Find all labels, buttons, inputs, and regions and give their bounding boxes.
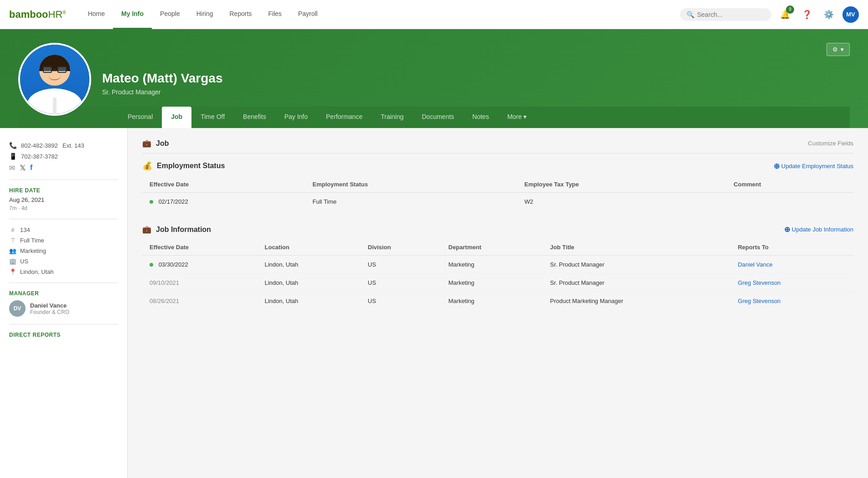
profile-name: Mateo (Matt) Vargas: [102, 71, 223, 86]
tab-training[interactable]: Training: [372, 107, 413, 128]
search-box[interactable]: 🔍: [680, 8, 771, 21]
job-row-1-title: Sr. Product Manager: [543, 256, 731, 274]
tab-benefits[interactable]: Benefits: [234, 107, 275, 128]
main-nav: Home My Info People Hiring Reports Files…: [80, 0, 680, 29]
customize-fields-link[interactable]: Customize Fields: [808, 140, 853, 147]
gear-icon: ⚙: [832, 46, 838, 53]
email-icon[interactable]: ✉: [9, 164, 15, 172]
job-row-2-location: Lindon, Utah: [258, 274, 361, 292]
division-icon: 🏢: [9, 258, 16, 265]
nav-hiring[interactable]: Hiring: [188, 0, 222, 29]
job-row-3-title: Product Marketing Manager: [543, 292, 731, 310]
id-icon: #: [9, 226, 16, 233]
facebook-icon[interactable]: f: [30, 164, 32, 172]
tab-notes[interactable]: Notes: [463, 107, 498, 128]
profile-settings-button[interactable]: ⚙ ▾: [827, 43, 850, 56]
job-row-1-department: Marketing: [441, 256, 543, 274]
job-row-2-date: 09/10/2021: [142, 274, 258, 292]
settings-button[interactable]: ⚙️: [821, 6, 837, 23]
plus-icon: ⊕: [774, 162, 780, 170]
phone-ext: Ext. 143: [62, 142, 84, 149]
logo: bambooHR®: [9, 9, 66, 21]
nav-reports[interactable]: Reports: [221, 0, 260, 29]
sidebar-divider-3: [9, 283, 118, 283]
table-row: 08/26/2021 Lindon, Utah US Marketing Pro…: [142, 292, 853, 310]
job-row-3-division: US: [361, 292, 441, 310]
sidebar: 📞 802-482-3892 Ext. 143 📱 702-387-3782 ✉…: [0, 128, 128, 478]
sidebar-divider-1: [9, 180, 118, 180]
active-dot: [150, 200, 153, 204]
emp-status-value: Full Time: [305, 193, 517, 211]
emp-comment: [726, 193, 853, 211]
settings-dropdown-arrow: ▾: [841, 46, 844, 53]
tab-documents[interactable]: Documents: [413, 107, 463, 128]
col-tax-type: Employee Tax Type: [517, 176, 726, 193]
location-stat: 📍 Lindon, Utah: [9, 268, 118, 275]
update-job-info-link[interactable]: ⊕ Update Job Information: [784, 225, 853, 234]
department-stat: 👥 Marketing: [9, 247, 118, 254]
manager-name[interactable]: Daniel Vance: [30, 302, 69, 309]
emp-tax-type: W2: [517, 193, 726, 211]
nav-files[interactable]: Files: [260, 0, 290, 29]
job-info-table: Effective Date Location Division Departm…: [142, 239, 853, 310]
employee-id-stat: # 134: [9, 226, 118, 233]
job-row-1-reports-to[interactable]: Daniel Vance: [730, 256, 853, 274]
twitter-icon[interactable]: 𝕏: [20, 164, 26, 172]
update-employment-link[interactable]: ⊕ Update Employment Status: [774, 162, 853, 170]
job-row-3-reports-to[interactable]: Greg Stevenson: [730, 292, 853, 310]
tab-more[interactable]: More ▾: [498, 107, 536, 128]
profile-title: Sr. Product Manager: [102, 88, 223, 96]
profile-avatar: [18, 43, 91, 116]
tab-personal[interactable]: Personal: [119, 107, 162, 128]
employment-status-title: 💰 Employment Status: [142, 161, 225, 171]
location-value: Lindon, Utah: [20, 268, 54, 275]
tab-pay-info[interactable]: Pay Info: [275, 107, 317, 128]
sidebar-divider-2: [9, 219, 118, 219]
profile-header: Mateo (Matt) Vargas Sr. Product Manager …: [0, 29, 868, 128]
job-info-header: 💼 Job Information ⊕ Update Job Informati…: [142, 225, 853, 234]
tab-performance[interactable]: Performance: [317, 107, 372, 128]
tab-time-off[interactable]: Time Off: [191, 107, 234, 128]
table-row: 03/30/2022 Lindon, Utah US Marketing Sr.…: [142, 256, 853, 274]
nav-my-info[interactable]: My Info: [113, 0, 152, 29]
job-row-2-title: Sr. Product Manager: [543, 274, 731, 292]
notifications-button[interactable]: 🔔 9: [777, 6, 793, 23]
manager-label: Manager: [9, 290, 118, 297]
help-button[interactable]: ❓: [799, 6, 815, 23]
location-icon: 📍: [9, 268, 16, 275]
mobile-number: 702-387-3782: [21, 153, 58, 160]
nav-payroll[interactable]: Payroll: [290, 0, 326, 29]
search-input[interactable]: [697, 11, 765, 18]
hire-date-label: Hire Date: [9, 187, 118, 194]
phone-number: 802-482-3892: [21, 142, 58, 149]
mobile-item: 📱 702-387-3782: [9, 153, 118, 160]
division-value: US: [20, 258, 28, 265]
division-stat: 🏢 US: [9, 258, 118, 265]
job-section-title: 💼 Job: [142, 139, 169, 148]
phone-icon: 📞: [9, 142, 16, 149]
nav-people[interactable]: People: [152, 0, 188, 29]
job-row-1-division: US: [361, 256, 441, 274]
col-employment-status: Employment Status: [305, 176, 517, 193]
col-location: Location: [258, 239, 361, 256]
table-row: 02/17/2022 Full Time W2: [142, 193, 853, 211]
job-row-3-location: Lindon, Utah: [258, 292, 361, 310]
col-reports-to: Reports To: [730, 239, 853, 256]
manager-avatar: DV: [9, 300, 26, 317]
manager-title: Founder & CRO: [30, 309, 69, 315]
col-comment: Comment: [726, 176, 853, 193]
job-title-text: Job: [156, 139, 169, 148]
plus-icon-2: ⊕: [784, 225, 790, 234]
job-divider: [142, 153, 853, 154]
user-avatar[interactable]: MV: [842, 6, 859, 23]
phone-item: 📞 802-482-3892 Ext. 143: [9, 142, 118, 149]
employment-title-text: Employment Status: [157, 162, 225, 170]
main-content: 📞 802-482-3892 Ext. 143 📱 702-387-3782 ✉…: [0, 128, 868, 478]
nav-home[interactable]: Home: [80, 0, 113, 29]
sidebar-divider-4: [9, 324, 118, 324]
job-row-2-reports-to[interactable]: Greg Stevenson: [730, 274, 853, 292]
top-nav: bambooHR® Home My Info People Hiring Rep…: [0, 0, 868, 29]
tab-job[interactable]: Job: [162, 107, 191, 128]
job-row-1-location: Lindon, Utah: [258, 256, 361, 274]
col-job-title: Job Title: [543, 239, 731, 256]
